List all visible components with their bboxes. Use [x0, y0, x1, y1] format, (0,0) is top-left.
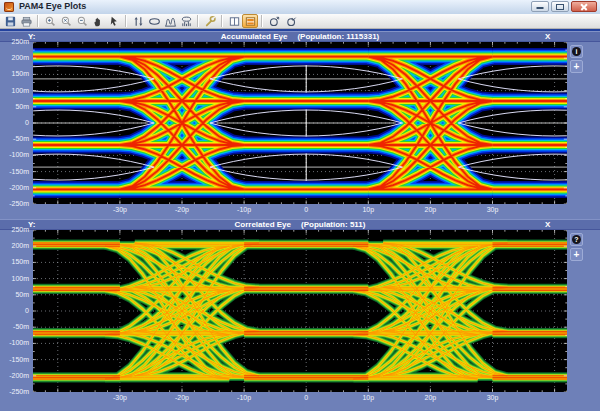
- y-tick-label: 100m: [0, 87, 29, 94]
- x-tick-label: 30p: [479, 206, 505, 213]
- zoom-out-button[interactable]: [74, 14, 90, 28]
- plot-title-group: Accumulated Eye(Population: 1115331): [0, 32, 600, 42]
- maximize-icon: [556, 4, 564, 10]
- help-icon: ?: [572, 235, 581, 244]
- x-tick-label: 20p: [417, 394, 443, 401]
- add-button[interactable]: +: [570, 60, 583, 73]
- settings-button[interactable]: [202, 14, 218, 28]
- minimize-button[interactable]: [531, 1, 549, 12]
- y-tick-label: -250m: [0, 388, 29, 395]
- toolbar-separator: [125, 15, 127, 27]
- plot-header-accumulated: Y: Accumulated Eye(Population: 1115331) …: [0, 31, 600, 42]
- y-tick-label: 200m: [0, 54, 29, 61]
- layout-rows-button[interactable]: [242, 14, 258, 28]
- arrows-updown-icon: [132, 15, 145, 28]
- close-icon: [572, 2, 596, 11]
- toolbar: [0, 14, 600, 29]
- print-button[interactable]: [18, 14, 34, 28]
- hand-icon: [92, 15, 105, 28]
- x-axis-header-label: X: [545, 32, 550, 42]
- y-tick-label: 0: [0, 307, 29, 314]
- y-tick-label: -200m: [0, 184, 29, 191]
- x-tick-label: -20p: [169, 394, 195, 401]
- info-icon: i: [572, 47, 581, 56]
- x-tick-label: -10p: [231, 206, 257, 213]
- zoom-in-button[interactable]: [42, 14, 58, 28]
- layout-rows-icon: [244, 15, 257, 28]
- app-icon: [4, 2, 14, 12]
- data-cursor-button[interactable]: [106, 14, 122, 28]
- y-tick-label: 150m: [0, 258, 29, 265]
- x-tick-label: 0: [293, 394, 319, 401]
- y-tick-label: -50m: [0, 323, 29, 330]
- floppy-icon: [4, 15, 17, 28]
- y-tick-label: 250m: [0, 226, 29, 233]
- minimize-icon: [537, 7, 544, 9]
- x-axis-header-label: X: [545, 220, 550, 230]
- x-tick-label: 30p: [479, 394, 505, 401]
- zoom-x-button[interactable]: [58, 14, 74, 28]
- x-tick-label: 0: [293, 206, 319, 213]
- x-tick-label: 10p: [355, 206, 381, 213]
- population-label: (Population: 1115331): [297, 32, 379, 41]
- save-button[interactable]: [2, 14, 18, 28]
- correlated-eye-plot[interactable]: [33, 230, 567, 392]
- toolbar-separator: [197, 15, 199, 27]
- rotate-1-button[interactable]: [266, 14, 282, 28]
- x-tick-label: -20p: [169, 206, 195, 213]
- rotate-2-button[interactable]: [282, 14, 298, 28]
- window-title: PAM4 Eye Plots: [19, 1, 86, 11]
- layout-columns-icon: [228, 15, 241, 28]
- zoom-x-icon: [60, 15, 73, 28]
- toolbar-separator: [37, 15, 39, 27]
- y-tick-label: 150m: [0, 70, 29, 77]
- x-tick-label: 20p: [417, 206, 443, 213]
- y-tick-label: -150m: [0, 168, 29, 175]
- x-tick-label: -30p: [107, 394, 133, 401]
- accumulated-eye-plot[interactable]: [33, 42, 567, 204]
- plot-header-correlated: Y: Correlated Eye(Population: 511) X: [0, 219, 600, 230]
- x-tick-label: -10p: [231, 394, 257, 401]
- window-controls: [531, 1, 597, 12]
- pan-button[interactable]: [90, 14, 106, 28]
- circle-arrow-icon: [268, 15, 281, 28]
- population-label: (Population: 511): [301, 220, 365, 229]
- title-bar[interactable]: PAM4 Eye Plots: [0, 0, 600, 15]
- y-tick-label: 200m: [0, 242, 29, 249]
- cursor-icon: [108, 15, 121, 28]
- y-tick-label: -100m: [0, 151, 29, 158]
- circle-arrow-alt-icon: [284, 15, 297, 28]
- y-tick-label: 250m: [0, 38, 29, 45]
- y-tick-label: 0: [0, 119, 29, 126]
- x-tick-label: -30p: [107, 206, 133, 213]
- plot-title: Correlated Eye: [235, 220, 291, 229]
- y-tick-label: 50m: [0, 103, 29, 110]
- autoscale-y-button[interactable]: [130, 14, 146, 28]
- x-tick-label: 10p: [355, 394, 381, 401]
- y-tick-label: -50m: [0, 135, 29, 142]
- toolbar-separator: [221, 15, 223, 27]
- help-button[interactable]: ?: [570, 233, 583, 246]
- printer-icon: [20, 15, 33, 28]
- plot-title-group: Correlated Eye(Population: 511): [0, 220, 600, 230]
- layout-columns-button[interactable]: [226, 14, 242, 28]
- eye-histogram-button[interactable]: [178, 14, 194, 28]
- eye-histogram-icon: [180, 15, 193, 28]
- zoom-out-icon: [76, 15, 89, 28]
- toolbar-separator: [261, 15, 263, 27]
- close-button[interactable]: [571, 1, 597, 12]
- y-tick-label: -250m: [0, 200, 29, 207]
- info-button[interactable]: i: [570, 45, 583, 58]
- y-tick-label: -150m: [0, 356, 29, 363]
- eye-icon: [148, 15, 161, 28]
- maximize-button[interactable]: [551, 1, 569, 12]
- add-button[interactable]: +: [570, 248, 583, 261]
- y-tick-label: -200m: [0, 372, 29, 379]
- plot-title: Accumulated Eye: [221, 32, 288, 41]
- histogram-button[interactable]: [162, 14, 178, 28]
- y-tick-label: 100m: [0, 275, 29, 282]
- eye-diagram-button[interactable]: [146, 14, 162, 28]
- histogram-icon: [164, 15, 177, 28]
- y-tick-label: -100m: [0, 339, 29, 346]
- zoom-in-icon: [44, 15, 57, 28]
